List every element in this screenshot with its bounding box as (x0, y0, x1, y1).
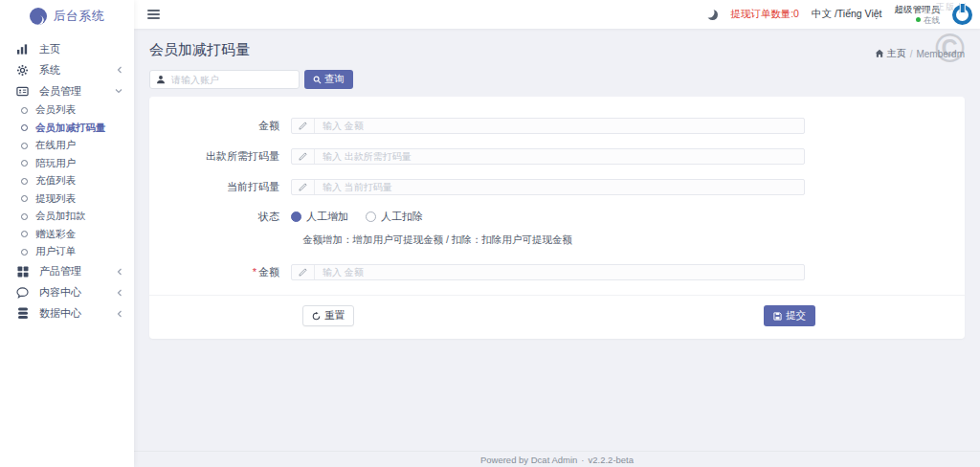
sidebar-subitem-label: 陪玩用户 (35, 157, 76, 170)
radio-manual-increase[interactable]: 人工增加 (291, 210, 348, 224)
sidebar-subitem-recharge-list[interactable]: 充值列表 (0, 172, 134, 190)
version-text: v2.2.2-beta (589, 455, 635, 465)
current-code-input-group (291, 179, 805, 195)
sidebar-subitem-gift-bonus[interactable]: 赠送彩金 (0, 226, 134, 244)
circle-icon (21, 195, 28, 202)
withdraw-code-required-input[interactable] (315, 149, 804, 164)
amount-input[interactable] (315, 119, 804, 133)
field-label-required-amount: *金额 (149, 265, 291, 279)
sidebar-subitem-online-users[interactable]: 在线用户 (0, 137, 134, 155)
sidebar-item-system[interactable]: 系统 (0, 59, 134, 80)
field-label-amount: 金额 (149, 119, 291, 133)
sidebar-subitem-label: 赠送彩金 (35, 228, 76, 241)
user-menu[interactable]: 超级管理员 在线 (895, 4, 941, 26)
home-icon (875, 49, 884, 58)
footer-separator: · (581, 455, 584, 465)
online-status: 在线 (895, 15, 941, 26)
pencil-icon (292, 119, 315, 133)
circle-icon (21, 143, 28, 149)
chevron-left-icon (117, 289, 122, 297)
breadcrumb-home[interactable]: 主页 (875, 47, 906, 60)
breadcrumb-current: Memberdm (916, 49, 965, 59)
language-selector[interactable]: 中文 /Tiếng Việt (812, 8, 882, 21)
sidebar-item-label: 主页 (39, 42, 60, 56)
sidebar-subitem-label: 在线用户 (35, 139, 76, 152)
radio-selected-icon (291, 211, 301, 222)
member-code-form: 金额 出款所需打码量 当前打码量 (149, 97, 965, 339)
circle-icon (21, 231, 28, 237)
submit-button[interactable]: 提交 (764, 305, 815, 326)
field-label-current-code: 当前打码量 (149, 180, 291, 194)
main-area: 提现订单数量:0 中文 /Tiếng Việt 超级管理员 在线 正版 © 会员… (134, 0, 980, 467)
pencil-icon (292, 149, 315, 164)
required-mark: * (253, 266, 256, 278)
sidebar-subitem-withdraw-list[interactable]: 提现列表 (0, 190, 134, 209)
id-card-icon (16, 85, 29, 98)
status-help-text: 金额增加：增加用户可提现金额 / 扣除：扣除用户可提现金额 (302, 234, 965, 247)
sidebar-subitem-member-list[interactable]: 会员列表 (0, 101, 134, 120)
pencil-icon (292, 265, 315, 279)
sidebar-item-label: 产品管理 (39, 264, 81, 278)
grid-icon (16, 265, 29, 278)
sidebar-subitem-member-code-adjust[interactable]: 会员加减打码量 (0, 120, 134, 138)
sidebar-subitem-companion-users[interactable]: 陪玩用户 (0, 155, 134, 173)
pencil-icon (292, 180, 315, 194)
sidebar-item-label: 内容中心 (39, 285, 81, 300)
app-logo-text: 后台系统 (54, 8, 105, 25)
user-icon (150, 75, 171, 84)
circle-icon (21, 107, 28, 114)
search-bar: 查询 (134, 60, 980, 89)
chevron-left-icon (117, 66, 122, 74)
database-icon (16, 307, 29, 320)
sidebar-menu: 主页 系统 会员管理 会员列表 会员加减打码量 (0, 33, 134, 324)
sidebar-item-content-center[interactable]: 内容中心 (0, 282, 134, 303)
sidebar-subitem-label: 提现列表 (35, 192, 76, 206)
reset-icon (312, 312, 321, 321)
radio-manual-deduct[interactable]: 人工扣除 (366, 210, 423, 224)
chart-icon (16, 43, 29, 56)
current-code-input[interactable] (315, 180, 804, 194)
circle-icon (21, 213, 28, 220)
query-button[interactable]: 查询 (304, 70, 353, 89)
chevron-down-icon (115, 88, 122, 94)
sidebar-toggle-button[interactable] (145, 4, 169, 25)
chevron-left-icon (117, 310, 122, 318)
app-logo-icon (30, 8, 47, 25)
sidebar-item-label: 数据中心 (39, 306, 81, 321)
page-title: 会员加减打码量 (149, 41, 250, 59)
save-icon (773, 312, 782, 321)
sidebar-item-members[interactable]: 会员管理 (0, 80, 134, 101)
app-logo[interactable]: 后台系统 (0, 0, 134, 33)
powered-by-text: Powered by Dcat Admin (480, 455, 577, 465)
sidebar-item-home[interactable]: 主页 (0, 38, 134, 59)
sidebar-item-label: 系统 (39, 63, 60, 78)
username: 超级管理员 (895, 4, 941, 15)
circle-icon (21, 249, 28, 256)
sidebar-subitem-label: 充值列表 (35, 174, 76, 188)
power-logo-icon (952, 5, 972, 25)
reset-button[interactable]: 重置 (302, 305, 354, 326)
field-label-status: 状态 (149, 210, 291, 224)
required-amount-input[interactable] (315, 265, 804, 279)
sidebar-subitem-label: 会员加减打码量 (35, 122, 106, 135)
status-radio-group: 人工增加 人工扣除 (291, 210, 440, 224)
sidebar-subitem-label: 会员列表 (35, 103, 76, 117)
page-footer: Powered by Dcat Admin · v2.2.2-beta (134, 451, 980, 467)
withdraw-code-input-group (291, 148, 805, 165)
gear-icon (16, 64, 29, 77)
sidebar-subitem-user-orders[interactable]: 用户订单 (0, 243, 134, 261)
search-icon (313, 76, 322, 84)
online-dot-icon (916, 17, 921, 22)
field-label-withdraw-code-required: 出款所需打码量 (149, 149, 291, 164)
sidebar-item-label: 会员管理 (39, 84, 81, 99)
sidebar-item-products[interactable]: 产品管理 (0, 261, 134, 282)
sidebar-item-data-center[interactable]: 数据中心 (0, 303, 134, 324)
breadcrumb-separator: / (910, 49, 913, 59)
account-search-input[interactable] (171, 75, 299, 85)
sidebar-subitem-member-adjust-money[interactable]: 会员加扣款 (0, 208, 134, 226)
withdraw-order-count[interactable]: 提现订单数量:0 (730, 8, 799, 21)
content-area: © 会员加减打码量 主页 / Memberdm 查询 (134, 29, 980, 467)
dark-mode-toggle-icon[interactable] (707, 10, 718, 20)
chevron-left-icon (117, 268, 122, 276)
topbar: 提现订单数量:0 中文 /Tiếng Việt 超级管理员 在线 正版 (134, 0, 980, 29)
